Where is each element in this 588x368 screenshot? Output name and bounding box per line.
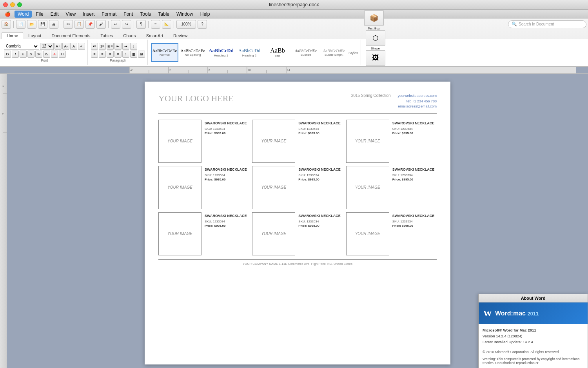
doc-header: YOUR LOGO HERE 2015 Spring Collection yo… — [158, 93, 437, 114]
align-left-btn[interactable]: ≡ — [91, 51, 98, 58]
font-controls: Cambria 12 A+ A- A ✓ — [4, 43, 85, 50]
outline-btn[interactable]: ⊞≡ — [107, 43, 114, 50]
subscript-btn[interactable]: x₂ — [43, 51, 50, 58]
style-normal-label: Normal — [160, 53, 170, 56]
sep5 — [148, 21, 149, 28]
tab-layout[interactable]: Layout — [23, 32, 46, 39]
sep6 — [174, 21, 174, 28]
indent-btn[interactable]: 📐 — [162, 20, 171, 29]
borders-btn[interactable]: ⊞ — [138, 51, 145, 58]
save-btn[interactable]: 💾 — [38, 20, 47, 29]
new-btn[interactable]: 📄 — [16, 20, 25, 29]
menu-view[interactable]: View — [62, 11, 79, 18]
strikethrough-btn[interactable]: S — [27, 51, 34, 58]
bullets-btn[interactable]: •≡ — [91, 43, 98, 50]
menu-word[interactable]: Word — [15, 11, 32, 18]
svg-text:2: 2 — [2, 86, 4, 87]
doc-website[interactable]: yourwebsiteaddress.com — [397, 93, 437, 99]
superscript-btn[interactable]: x² — [35, 51, 42, 58]
font-grow-btn[interactable]: A+ — [54, 43, 62, 50]
font-shrink-btn[interactable]: A- — [62, 43, 69, 50]
style-subtle[interactable]: AaBbCcDdEe Subtle Emph. — [320, 43, 348, 62]
spell-btn[interactable]: ✓ — [78, 43, 85, 50]
cut-btn[interactable]: ✂ — [64, 20, 73, 29]
increase-indent-btn[interactable]: ⇥ — [122, 43, 129, 50]
shape-btn[interactable]: ⬡ — [366, 30, 385, 46]
menu-insert[interactable]: Insert — [80, 11, 98, 18]
doc-area: 2 4 YOUR LOGO HERE 2015 Spring Collectio… — [0, 74, 588, 368]
minimize-button[interactable] — [10, 2, 15, 7]
style-heading1[interactable]: AaBbCcDd Heading 1 — [207, 43, 235, 62]
justify-btn[interactable]: ≡ — [114, 51, 122, 58]
search-box[interactable]: 🔍 Search in Document — [508, 20, 586, 28]
redo-btn[interactable]: ↪ — [122, 20, 131, 29]
clear-format-btn[interactable]: A — [70, 43, 77, 50]
tab-smartart[interactable]: SmartArt — [141, 32, 168, 39]
underline-btn[interactable]: U — [20, 51, 27, 58]
numbered-btn[interactable]: 1≡ — [99, 43, 106, 50]
doc-logo: YOUR LOGO HERE — [158, 93, 234, 104]
tab-charts[interactable]: Charts — [118, 32, 141, 39]
align-center-btn[interactable]: ≡ — [99, 51, 106, 58]
menu-table[interactable]: Table — [155, 11, 172, 18]
menu-help[interactable]: Help — [197, 11, 213, 18]
product-sku-7: SKU: 1233534 — [298, 220, 341, 223]
sort-btn[interactable]: ↕ — [130, 43, 137, 50]
apple-menu[interactable]: 🍎 — [2, 11, 14, 18]
tab-tables[interactable]: Tables — [95, 32, 118, 39]
product-price-5: Price: $995.00 — [392, 178, 435, 181]
italic-btn[interactable]: I — [12, 51, 19, 58]
maximize-button[interactable] — [17, 2, 22, 7]
tab-review[interactable]: Review — [168, 32, 192, 39]
menu-window[interactable]: Window — [173, 11, 196, 18]
font-color-btn[interactable]: A — [51, 51, 58, 58]
shading-btn[interactable]: ▦ — [130, 51, 137, 58]
styles-group-label: Styles — [348, 51, 358, 55]
tab-document-elements[interactable]: Document Elements — [46, 32, 95, 39]
paste-btn[interactable]: 📌 — [85, 20, 95, 29]
product-price-2: Price: $995.00 — [392, 131, 435, 135]
zoom-help[interactable]: ? — [198, 20, 207, 29]
menu-tools[interactable]: Tools — [137, 11, 154, 18]
product-name-1: SWAROVSKI NECKLACE — [298, 121, 341, 126]
style-normal[interactable]: AaBbCcDdEe Normal — [151, 43, 178, 62]
style-title-label: Title — [275, 54, 281, 58]
product-info-3: SWAROVSKI NECKLACESKU: 1233534Price: $99… — [205, 166, 247, 209]
menu-edit[interactable]: Edit — [47, 11, 62, 18]
font-size-select[interactable]: 12 — [40, 43, 54, 50]
style-title[interactable]: AaBb Title — [264, 43, 291, 62]
style-no-spacing[interactable]: AaBbCcDdEe No Spacing — [179, 43, 207, 62]
style-subtitle[interactable]: AaBbCcDdEe Subtitle — [292, 43, 319, 62]
menu-format[interactable]: Format — [98, 11, 120, 18]
product-cell-5: YOUR IMAGESWAROVSKI NECKLACESKU: 1233534… — [346, 166, 437, 209]
font-family-select[interactable]: Cambria — [4, 43, 39, 50]
menu-file[interactable]: File — [33, 11, 46, 18]
format-painter-btn[interactable]: 🖌 — [96, 20, 106, 29]
zoom-select[interactable]: 100% — [176, 20, 196, 29]
menu-font[interactable]: Font — [120, 11, 136, 18]
about-version3: Latest Installed Update: 14.2.4 — [483, 339, 584, 345]
word-product-info: Word:mac 2011 — [495, 310, 539, 317]
product-price-1: Price: $995.00 — [298, 131, 341, 135]
text-box-btn[interactable]: 📦 — [364, 10, 384, 26]
pilcrow-btn[interactable]: ¶ — [136, 20, 146, 29]
list-btn[interactable]: ≡ — [151, 20, 160, 29]
undo-btn[interactable]: ↩ — [111, 20, 120, 29]
decrease-indent-btn[interactable]: ⇤ — [114, 43, 122, 50]
open-btn[interactable]: 📂 — [27, 20, 36, 29]
close-button[interactable] — [3, 2, 8, 7]
picture-btn[interactable]: 🖼 — [366, 50, 385, 66]
tab-home[interactable]: Home — [2, 32, 23, 39]
product-image-3: YOUR IMAGE — [158, 166, 201, 209]
paragraph-group-label: Paragraph — [110, 58, 126, 62]
highlight-btn[interactable]: H — [59, 51, 66, 58]
copy-btn[interactable]: 📋 — [74, 20, 84, 29]
line-spacing-btn[interactable]: ↕ — [122, 51, 129, 58]
home-btn[interactable]: 🏠 — [2, 20, 11, 29]
style-heading2[interactable]: AaBbCcDd Heading 2 — [236, 43, 263, 62]
bold-btn[interactable]: B — [4, 51, 11, 58]
align-right-btn[interactable]: ≡ — [107, 51, 114, 58]
product-info-5: SWAROVSKI NECKLACESKU: 1233534Price: $99… — [392, 166, 435, 209]
print-btn[interactable]: 🖨 — [49, 20, 58, 29]
style-h1-label: Heading 1 — [214, 54, 228, 57]
